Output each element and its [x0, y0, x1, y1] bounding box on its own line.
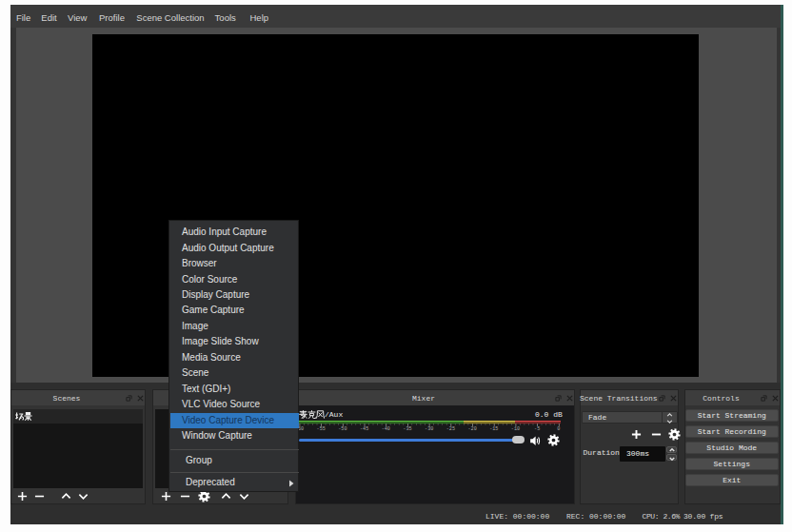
svg-text:-30: -30	[425, 426, 433, 432]
svg-text:-55: -55	[317, 426, 326, 432]
svg-text:0: 0	[557, 426, 560, 432]
svg-text:-50: -50	[338, 426, 346, 432]
svg-text:-20: -20	[467, 426, 476, 432]
svg-text:-15: -15	[489, 426, 498, 432]
svg-text:-40: -40	[382, 426, 390, 432]
svg-text:-45: -45	[360, 426, 368, 432]
svg-text:-25: -25	[446, 426, 455, 432]
svg-text:-35: -35	[403, 426, 411, 432]
svg-text:-10: -10	[511, 426, 520, 432]
svg-text:-5: -5	[534, 426, 540, 432]
